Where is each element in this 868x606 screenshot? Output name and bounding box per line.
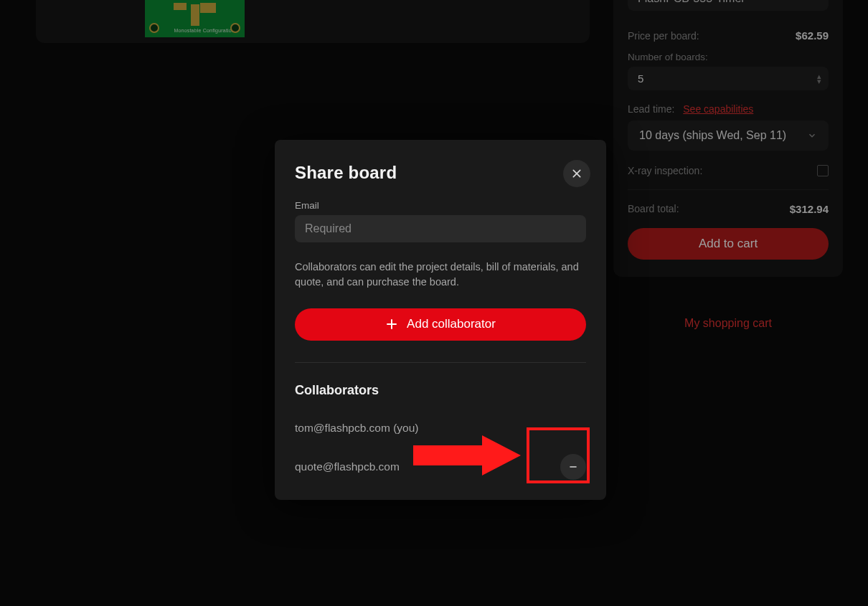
email-input[interactable] <box>295 215 586 242</box>
close-button[interactable] <box>563 160 590 187</box>
collaborator-row: tom@flashpcb.com (you) <box>295 415 586 441</box>
collaborators-heading: Collaborators <box>295 383 586 398</box>
collaborator-email: tom@flashpcb.com (you) <box>295 422 419 435</box>
plus-icon <box>385 318 398 331</box>
collaborator-row: quote@flashpcb.com <box>295 454 586 480</box>
collaborator-email: quote@flashpcb.com <box>295 460 400 473</box>
email-label: Email <box>295 200 586 211</box>
share-board-modal: Share board Email Collaborators can edit… <box>275 140 606 500</box>
helper-text: Collaborators can edit the project detai… <box>295 260 586 290</box>
minus-icon <box>568 462 578 472</box>
remove-collaborator-button[interactable] <box>560 454 586 480</box>
close-icon <box>571 168 582 179</box>
add-collaborator-button[interactable]: Add collaborator <box>295 308 586 341</box>
divider <box>295 362 586 363</box>
add-collaborator-label: Add collaborator <box>407 317 496 331</box>
modal-title: Share board <box>295 163 586 183</box>
